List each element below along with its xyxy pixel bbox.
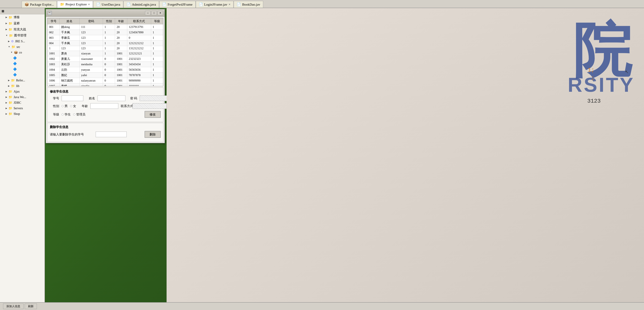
table-row[interactable]: 1006纳兰嫣然nalanyanran01001909090901 [48,78,163,83]
level-admin-label[interactable]: 管理员 [73,112,86,116]
tab-close-icon[interactable]: ✕ [88,3,90,6]
close-button[interactable]: ✕ [158,11,163,15]
sidebar-item-co[interactable]: ▼ 📦 co [0,50,44,55]
maximize-button[interactable]: □ [151,11,157,15]
table-cell: 千木枫 [60,41,80,46]
folder-icon: 📁 [8,106,12,110]
expand-arrow-icon: ▼ [6,34,8,37]
table-cell: 1001 [115,51,127,56]
mouse-cursor-icon: ↖ [625,69,628,74]
sidebar-item-library[interactable]: ▼ 📁 图书管理 [0,32,44,39]
table-cell: 1 [103,24,115,30]
sidebar-item-lanqiao[interactable]: ▶ 📁 蓝桥 [0,20,44,26]
sidebar-item-label: 蓝桥 [14,21,20,26]
class-icon: 🔷 [13,73,17,77]
table-cell: 0 [103,67,115,73]
table-cell: 李麻瓜 [60,35,80,41]
sidebar-item-class2[interactable]: 🔷 [0,61,44,66]
table-row[interactable]: 002千木枫12312012345678901 [48,30,163,35]
name-input[interactable] [98,95,126,101]
table-cell: 20 [115,35,127,41]
contact-input[interactable] [132,103,166,109]
tab-bar: 📦 Package Explor... 📁 Project Explore ✕ … [0,0,644,8]
tab-book-dao[interactable]: 📄 BookDao.jav [234,1,263,8]
sidebar-item-tank[interactable]: ▶ 📁 坦克大战 [0,26,44,32]
table-row[interactable]: 1001萧炎xiaoyan110011212121211 [48,51,163,56]
delete-section-title: 删除学生信息 [50,125,161,129]
class-icon: 🔷 [13,62,17,65]
table-cell: 1 [48,46,60,51]
table-row[interactable]: 1004云韵yunyun01001565656561 [48,67,163,73]
sidebar-item-label: src [16,45,20,49]
minimize-button[interactable]: ─ [145,11,151,15]
table-row[interactable]: 112312312013121212121 [48,46,163,51]
expand-arrow-icon: ▶ [6,16,7,19]
delete-button[interactable]: 删除 [144,131,161,138]
tab-label: ForgetPwdJFrame [168,3,192,7]
table-row[interactable]: 1002萧薰儿xiaoxuner01001232323231 [48,56,163,62]
level-student-radio[interactable] [62,113,64,115]
table-row[interactable]: 004千木枫12312012121212121 [48,41,163,46]
table-cell: 1 [151,51,163,56]
sidebar-item-class4[interactable]: 🔷 [0,72,44,78]
table-row[interactable]: 1003美杜莎meidusha01001343434341 [48,62,163,67]
level-student-label[interactable]: 学生 [62,112,71,116]
folder-icon: 📁 [9,34,13,37]
table-cell: 1 [151,35,163,41]
gender-male-radio[interactable] [62,105,64,107]
tab-user-dao[interactable]: 📄 UserDao.java [93,1,123,8]
table-cell: 1 [103,46,115,51]
table-cell: 1003 [48,62,60,67]
table-cell: 1 [103,51,115,56]
sidebar-item-class3[interactable]: 🔷 [0,66,44,72]
code-snippet-3: 3123 [587,98,601,104]
modify-button[interactable]: 修改 [144,111,161,118]
sidebar-item-src[interactable]: ▼ 📁 src [0,44,44,50]
table-cell: 0 [103,83,115,86]
jre-icon: ⚙ [11,39,14,43]
sidebar-item-lib[interactable]: ▶ 📁 lib [0,83,44,89]
tab-admin-login[interactable]: 📄 AdminLogin.java [124,1,159,8]
sidebar-item-shop[interactable]: ▶ 📁 Shop [0,111,44,116]
student-table-container[interactable]: 学号 姓名 密码 性别 年龄 联系方式 等级 001姚deng111120123… [47,18,163,86]
sidebar-item-servers[interactable]: ▶ 📁 Servers [0,105,44,111]
refresh-button[interactable]: 刷新 [25,303,37,309]
expand-arrow-icon: ▼ [8,46,10,48]
add-info-button[interactable]: 添加人信息 [3,303,24,309]
tab-icon: 📄 [199,3,203,7]
tab-project-explorer[interactable]: 📁 Project Explore ✕ [57,1,93,8]
sidebar-item-refer[interactable]: ▶ 📁 Refer... [0,78,44,83]
table-row[interactable]: 1007青鳞qinglin0100110101011 [48,83,163,86]
folder-icon: 📁 [8,28,12,31]
delete-id-input[interactable] [96,132,127,137]
table-row[interactable]: 003李麻瓜12312001 [48,35,163,41]
tab-package-explorer[interactable]: 📦 Package Explor... [22,1,57,8]
tab-forget-pwd[interactable]: 📄 ForgetPwdJFrame [159,1,196,8]
sidebar-item-blog[interactable]: ▶ 📁 博客 [0,14,44,20]
dialog-controls: ─ □ ✕ [145,11,163,15]
sidebar-item-jdbc[interactable]: ▶ 📁 JDBC [0,100,44,105]
gender-female-label[interactable]: 女 [70,104,76,108]
gender-female-radio[interactable] [70,105,72,107]
table-cell: 20 [115,46,127,51]
table-row[interactable]: 1005雅妃yafei01001787878781 [48,73,163,78]
level-admin-radio[interactable] [73,113,75,115]
sidebar-item-label: 博客 [14,15,20,19]
col-gender: 性别 [103,18,115,24]
sidebar-item-class1[interactable]: 🔷 [0,55,44,61]
expand-arrow-icon: ▶ [8,79,10,82]
folder-icon: 📁 [11,84,15,88]
gender-male-text: 男 [64,104,68,108]
id-input[interactable] [62,95,83,101]
tab-login-jframe[interactable]: 📄 LoginJFrame.jav ✕ [196,1,234,8]
age-input[interactable] [90,103,118,109]
sidebar-item-javaweb[interactable]: ▶ 📁 Java We... [0,94,44,100]
sidebar-item-ajax[interactable]: ▶ 📁 Ajax [0,89,44,94]
gender-male-label[interactable]: 男 [62,104,68,108]
tab-close-login-icon[interactable]: ✕ [228,3,230,6]
tab-icon: 📄 [237,3,241,7]
table-cell: 1 [151,30,163,35]
table-row[interactable]: 001姚deng11112012379137911 [48,24,163,30]
sidebar-item-jre[interactable]: ▶ ⚙ JRE S... [0,39,44,44]
sidebar-item-label: 图书管理 [14,33,26,38]
